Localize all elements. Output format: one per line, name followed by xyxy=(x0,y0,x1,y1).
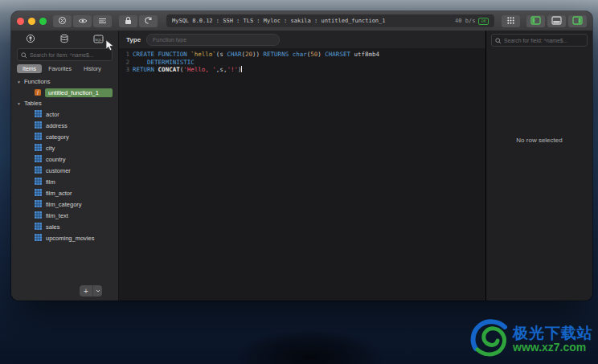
table-icon xyxy=(35,166,42,175)
left-panel-icon xyxy=(530,14,541,28)
object-tree: ▼Functionsfuntitled_function_1▼Tablesact… xyxy=(11,76,118,301)
toggle-left-panel-button[interactable] xyxy=(526,15,545,27)
tree-section-functions[interactable]: ▼Functions xyxy=(11,76,118,87)
table-icon xyxy=(35,200,42,209)
code-line-3: 3RETURN CONCAT('Hello, ',s,'!') xyxy=(119,66,485,74)
tree-item-upcoming_movies[interactable]: upcoming_movies xyxy=(11,232,118,243)
toggle-bottom-panel-button[interactable] xyxy=(547,15,566,27)
right-panel-icon xyxy=(572,14,583,28)
zoom-button[interactable] xyxy=(39,18,47,25)
disconnect-button[interactable] xyxy=(53,15,72,27)
search-icon xyxy=(495,33,502,47)
function-type-row: Type xyxy=(119,31,485,48)
line-number: 2 xyxy=(119,59,133,67)
code-line-1: 1CREATE FUNCTION `hello`(s CHAR(20)) RET… xyxy=(119,51,485,59)
text-caret xyxy=(241,66,242,72)
no-row-selected-message: No row selected xyxy=(486,137,592,144)
site-logo-icon xyxy=(469,317,511,361)
tab-history[interactable]: History xyxy=(78,64,107,73)
circle-x-icon xyxy=(58,14,67,28)
sidebar: SQL Items Favorites History ▼Functionsfu… xyxy=(11,31,119,301)
site-watermark: 极光下载站 www.xz7.com xyxy=(469,317,593,361)
row-detail-panel: No row selected xyxy=(485,31,592,301)
field-search[interactable] xyxy=(491,34,588,47)
site-name: 极光下载站 xyxy=(513,325,593,341)
tab-favorites[interactable]: Favorites xyxy=(43,64,77,73)
field-search-input[interactable] xyxy=(504,38,584,43)
refresh-button[interactable] xyxy=(139,15,158,27)
function-type-input[interactable] xyxy=(146,34,280,46)
site-watermark-text: 极光下载站 www.xz7.com xyxy=(513,325,593,353)
svg-text:SQL: SQL xyxy=(95,37,102,41)
tree-item-customer[interactable]: customer xyxy=(11,165,118,176)
sidebar-search-input[interactable] xyxy=(30,52,109,58)
bottom-panel-icon xyxy=(551,14,562,28)
tree-item-untitled_function_1[interactable]: funtitled_function_1 xyxy=(11,87,118,98)
tree-item-actor[interactable]: actor xyxy=(11,108,118,120)
list-lines-icon xyxy=(98,14,107,28)
minimize-button[interactable] xyxy=(28,18,35,25)
sql-editor-icon[interactable]: SQL xyxy=(93,32,104,47)
site-url: www.xz7.com xyxy=(513,342,593,353)
tree-item-category[interactable]: category xyxy=(11,131,118,142)
search-icon xyxy=(21,47,27,62)
sidebar-icon-row: SQL xyxy=(11,31,118,47)
eye-icon xyxy=(78,14,88,28)
tree-item-sales[interactable]: sales xyxy=(11,221,118,232)
line-number: 1 xyxy=(119,51,133,59)
code-line-2: 2 DETERMINISTIC xyxy=(119,59,485,67)
app-window: MySQL 8.0.12 : SSH : TLS : Myloc : sakil… xyxy=(11,11,592,301)
window-titlebar: MySQL 8.0.12 : SSH : TLS : Myloc : sakil… xyxy=(11,11,592,31)
tree-item-address[interactable]: address xyxy=(11,120,118,131)
traffic-lights xyxy=(17,18,47,25)
preview-button[interactable] xyxy=(73,15,92,27)
toggle-right-panel-button[interactable] xyxy=(568,15,587,27)
tree-item-film_category[interactable]: film_category xyxy=(11,198,118,210)
connection-title-bar: MySQL 8.0.12 : SSH : TLS : Myloc : sakil… xyxy=(166,14,494,27)
table-icon xyxy=(35,178,42,186)
sidebar-tabs: Items Favorites History xyxy=(11,63,118,76)
lock-icon xyxy=(125,14,132,28)
log-button[interactable] xyxy=(93,15,112,27)
tree-item-film_text[interactable]: film_text xyxy=(11,210,118,221)
add-item-split-button: + xyxy=(80,285,102,297)
window-content: SQL Items Favorites History ▼Functionsfu… xyxy=(11,31,592,301)
connection-status-badge: OK xyxy=(478,18,489,25)
window-title: MySQL 8.0.12 : SSH : TLS : Myloc : sakil… xyxy=(172,18,455,24)
close-button[interactable] xyxy=(17,18,24,25)
grid-view-button[interactable] xyxy=(502,15,520,27)
table-icon xyxy=(35,155,42,164)
tab-items[interactable]: Items xyxy=(17,64,42,73)
tree-item-film_actor[interactable]: film_actor xyxy=(11,187,118,198)
table-icon xyxy=(35,110,42,119)
function-icon: f xyxy=(35,89,41,96)
table-icon xyxy=(35,133,42,141)
table-icon xyxy=(35,211,42,220)
tree-item-country[interactable]: country xyxy=(11,153,118,165)
sql-code-editor[interactable]: 1CREATE FUNCTION `hello`(s CHAR(20)) RET… xyxy=(119,48,485,301)
tree-section-tables[interactable]: ▼Tables xyxy=(11,98,118,108)
table-icon xyxy=(35,144,42,153)
sidebar-search[interactable] xyxy=(17,48,113,61)
disclosure-triangle-icon: ▼ xyxy=(17,80,21,84)
network-rate: 40 b/s xyxy=(455,18,475,24)
grid-dots-icon xyxy=(506,14,515,28)
table-icon xyxy=(35,234,42,243)
database-icon[interactable] xyxy=(59,32,69,47)
add-item-button[interactable]: + xyxy=(80,285,92,297)
disclosure-triangle-icon: ▼ xyxy=(17,101,21,106)
connection-icon[interactable] xyxy=(26,32,35,47)
panel-toggle-group xyxy=(526,15,587,27)
add-item-menu-button[interactable] xyxy=(92,285,102,297)
function-editor: Type 1CREATE FUNCTION `hello`(s CHAR(20)… xyxy=(119,31,485,301)
line-number: 3 xyxy=(119,66,133,74)
type-label: Type xyxy=(126,36,141,43)
tree-item-city[interactable]: city xyxy=(11,142,118,153)
table-icon xyxy=(35,189,42,198)
desktop-wallpaper: MySQL 8.0.12 : SSH : TLS : Myloc : sakil… xyxy=(0,0,598,364)
lock-button[interactable] xyxy=(119,15,137,27)
mouse-cursor xyxy=(105,39,114,55)
refresh-icon xyxy=(144,14,153,28)
table-icon xyxy=(35,121,42,130)
tree-item-film[interactable]: film xyxy=(11,176,118,187)
